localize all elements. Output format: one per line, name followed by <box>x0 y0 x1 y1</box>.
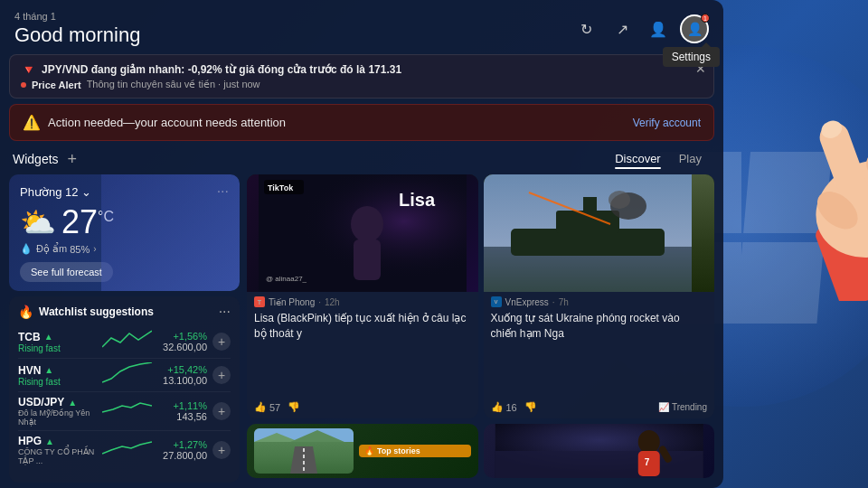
svg-text:7: 7 <box>644 457 649 467</box>
news-card-title: Lisa (BlackPink) tiếp tục xuất hiện ở câ… <box>247 309 478 398</box>
military-svg <box>484 174 692 292</box>
watchlist-item-usdjpy: USD/JPY ▲ Đô la Mỹ/Đồng Yên Nhật +1,11% … <box>18 392 231 431</box>
watchlist-label: Đô la Mỹ/Đồng Yên Nhật <box>18 408 97 427</box>
tiktok-content: TikTok Lisa @ alinaa27_ <box>247 174 478 292</box>
dislike-button[interactable]: 👎 <box>524 401 537 413</box>
weather-condition-icon: ⛅ <box>20 205 56 239</box>
close-alert-button[interactable]: ✕ <box>695 62 706 75</box>
header-greeting: Good morning <box>14 23 140 47</box>
header-left: 4 tháng 1 Good morning <box>14 11 140 47</box>
watchlist-widget: 🔥 Watchlist suggestions ··· TCB ▲ Rising… <box>9 296 240 483</box>
tiktok-bg-svg: TikTok Lisa @ alinaa27_ <box>259 174 467 292</box>
watchlist-item-hpg: HPG ▲ CÔNG TY CỔ PHẦN TẬP ... +1,27% 27.… <box>18 431 231 469</box>
external-link-button[interactable]: ↗ <box>608 14 637 43</box>
source-logo-tienphong: T <box>254 296 265 307</box>
chevron-right-icon: › <box>93 244 96 254</box>
watchlist-prices: +1,27% 27.800,00 <box>157 439 207 461</box>
news-card-cristiano[interactable]: 7 <box>484 424 715 478</box>
avatar-icon: 👤 <box>687 22 703 36</box>
up-trend-icon: ▲ <box>45 436 54 446</box>
flame-icon: 🔥 <box>364 446 374 455</box>
widgets-title: Widgets <box>13 152 59 166</box>
svg-rect-24 <box>583 197 597 215</box>
svg-rect-4 <box>814 187 868 301</box>
humidity-icon: 💧 <box>20 243 33 255</box>
widgets-header-left: Widgets + <box>13 151 77 167</box>
watchlist-add-usdjpy-button[interactable]: + <box>212 402 231 420</box>
news-card-lisa[interactable]: TikTok Lisa @ alinaa27_ T Tiến Phong · <box>247 174 478 418</box>
header: 4 tháng 1 Good morning ↻ ↗ 👤 👤 1 <box>0 0 723 54</box>
tab-play[interactable]: Play <box>670 150 711 167</box>
account-alert-bar: ⚠️ Action needed—your account needs atte… <box>9 104 714 141</box>
price-alert-sub: Price Alert Thông tin chuyên sâu về tiền… <box>21 79 703 90</box>
people-icon: 👤 <box>649 21 667 38</box>
news-card-ukraine[interactable]: V VnExpress · 7h Xuống tự sát Ukraine ph… <box>484 174 715 418</box>
source-logo-vnexpress: V <box>491 296 502 307</box>
dislike-button[interactable]: 👎 <box>288 401 300 413</box>
svg-text:Lisa: Lisa <box>399 190 436 210</box>
thumb-up-icon: 👍 <box>254 401 267 413</box>
watchlist-item-left: TCB ▲ Rising fast <box>18 331 97 353</box>
cristiano-content: 7 <box>484 424 715 478</box>
verify-account-button[interactable]: Verify account <box>633 117 701 129</box>
svg-rect-6 <box>816 118 868 228</box>
watchlist-item-left: USD/JPY ▲ Đô la Mỹ/Đồng Yên Nhật <box>18 396 97 427</box>
svg-rect-7 <box>863 147 868 221</box>
svg-point-36 <box>637 430 659 454</box>
tab-discover[interactable]: Discover <box>606 150 670 167</box>
watchlist-price: 13.100,00 <box>157 375 207 386</box>
news-card-source: T Tiến Phong · 12h <box>247 292 478 309</box>
left-column: Phường 12 ⌄ ··· ⛅ 27°C 💧 Độ ẩm 85% <box>9 174 240 483</box>
svg-rect-35 <box>495 451 703 478</box>
news-actions: 👍 57 👎 <box>254 401 300 413</box>
widgets-header: Widgets + Discover Play <box>0 146 723 171</box>
alert-dot <box>21 82 26 88</box>
watchlist-sparkline-usdjpy <box>102 399 152 424</box>
news-card-image-military <box>484 174 715 292</box>
header-date: 4 tháng 1 <box>14 11 140 22</box>
thumb-up-icon: 👍 <box>491 401 504 413</box>
forecast-button[interactable]: See full forecast <box>20 262 113 282</box>
weather-location[interactable]: Phường 12 ⌄ <box>20 185 91 199</box>
news-card-image-tiktok: TikTok Lisa @ alinaa27_ <box>247 174 478 292</box>
cristiano-image: 7 <box>487 424 712 478</box>
like-button[interactable]: 👍 57 <box>254 401 280 413</box>
watchlist-add-hpg-button[interactable]: + <box>212 441 231 459</box>
news-row-top: TikTok Lisa @ alinaa27_ T Tiến Phong · <box>247 174 714 418</box>
avatar-button[interactable]: 👤 1 <box>680 14 709 43</box>
weather-bg <box>101 174 240 291</box>
watchlist-title: 🔥 Watchlist suggestions <box>18 305 154 319</box>
news-card-source: V VnExpress · 7h <box>484 292 715 309</box>
like-button[interactable]: 👍 16 <box>491 401 517 413</box>
content-area: Phường 12 ⌄ ··· ⛅ 27°C 💧 Độ ẩm 85% <box>0 171 723 488</box>
fire-icon: 🔥 <box>18 305 33 319</box>
watchlist-symbol: HPG ▲ <box>18 435 97 447</box>
svg-point-11 <box>819 117 844 141</box>
watchlist-sparkline-tcb <box>102 329 152 354</box>
watchlist-price: 143,56 <box>157 411 207 422</box>
svg-rect-1 <box>743 152 832 233</box>
watchlist-change: +15,42% <box>157 364 207 375</box>
news-card-top-stories[interactable]: 🔥 Top stories <box>247 424 478 478</box>
watchlist-add-hvn-button[interactable]: + <box>212 366 231 384</box>
watchlist-add-tcb-button[interactable]: + <box>212 333 231 351</box>
watchlist-sparkline-hvn <box>102 362 152 388</box>
trending-badge: 📈 Trending <box>658 402 707 412</box>
svg-text:@ alinaa27_: @ alinaa27_ <box>266 275 307 283</box>
watchlist-item-tcb: TCB ▲ Rising fast +1,56% 32.600,00 + <box>18 325 231 359</box>
svg-point-5 <box>802 145 868 274</box>
news-card-footer: 👍 57 👎 <box>247 398 478 418</box>
warning-icon: ⚠️ <box>23 114 41 131</box>
add-widget-button[interactable]: + <box>68 151 78 167</box>
watchlist-symbol: TCB ▲ <box>18 331 97 343</box>
news-card-footer: 👍 16 👎 📈 Trending <box>484 398 715 418</box>
watchlist-more-button[interactable]: ··· <box>219 304 231 320</box>
people-button[interactable]: 👤 <box>644 14 673 43</box>
watchlist-item-left: HPG ▲ CÔNG TY CỔ PHẦN TẬP ... <box>18 435 97 465</box>
watchlist-symbol: HVN ▲ <box>18 364 97 377</box>
up-trend-icon: ▲ <box>44 332 53 342</box>
refresh-button[interactable]: ↻ <box>571 14 600 43</box>
up-trend-icon: ▲ <box>44 365 53 375</box>
news-columns: TikTok Lisa @ alinaa27_ T Tiến Phong · <box>247 174 714 483</box>
military-vehicle-bg <box>484 174 715 292</box>
